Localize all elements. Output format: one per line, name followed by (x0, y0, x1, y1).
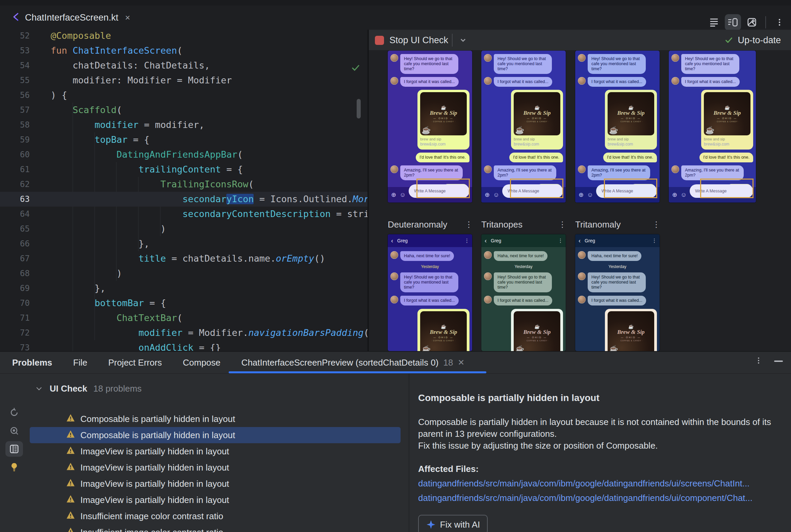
code-line[interactable]: 65 ) (0, 222, 367, 236)
design-view-button[interactable] (744, 14, 760, 31)
file-tab[interactable]: ChatInterfaceScreen.kt × (3, 5, 137, 30)
code-line[interactable]: 54 chatDetails: ChatDetails, (0, 58, 367, 73)
code-line[interactable]: 70 bottomBar = { (0, 296, 367, 310)
tab-project-errors[interactable]: Project Errors (108, 358, 162, 368)
card-caption: brew and sip (514, 137, 560, 141)
tab-compose[interactable]: Compose (183, 358, 220, 368)
code-line[interactable]: 58 modifier = modifier, (0, 117, 367, 132)
preview-phone-thumbnail[interactable]: ‹Greg⋮Haha, next time for sure!Yesterday… (481, 234, 566, 351)
problem-item[interactable]: ImageView is partially hidden in layout (30, 459, 401, 476)
emoji-icon[interactable]: ☺ (587, 191, 593, 198)
code-token: = Icons.Outlined. (254, 194, 353, 204)
code-line[interactable]: 57 Scaffold( (0, 102, 367, 117)
chat-menu-icon[interactable]: ⋮ (464, 238, 470, 244)
preview-phone-thumbnail[interactable]: ‹Greg⋮Haha, next time for sure!Yesterday… (575, 234, 660, 351)
code-line[interactable]: 73 onAddClick = {} (0, 340, 367, 351)
chevron-down-icon[interactable] (458, 35, 468, 46)
code-line[interactable]: 62 TrailingIconsRow( (0, 177, 367, 192)
add-icon[interactable]: ⊕ (485, 191, 490, 198)
code-line[interactable]: 64 secondaryContentDescription = strin (0, 207, 367, 222)
code-line[interactable]: 66 }, (0, 236, 367, 251)
variant-menu-icon[interactable]: ⋮ (465, 220, 473, 229)
code-token: ( (237, 149, 243, 160)
more-options-icon[interactable] (771, 14, 788, 31)
problem-item[interactable]: ImageView is partially hidden in layout (30, 476, 401, 492)
preview-phone-thumbnail[interactable]: Hey! Should we go to that cafe you menti… (481, 51, 566, 203)
code-line[interactable]: 56) { (0, 88, 367, 102)
editor-scrollbar-thumb[interactable] (357, 99, 361, 118)
back-icon[interactable]: ‹ (578, 237, 581, 244)
link-preview-card[interactable]: ☕Brew & Sip— OHID —· COFFEE & CANDY ·☕br… (511, 90, 563, 150)
close-tab-icon[interactable]: ✕ (458, 358, 464, 367)
code-token: navigationBarsPadding (248, 327, 363, 338)
code-line[interactable]: 69 }, (0, 281, 367, 296)
tab-chatinterfacescreenpreview-sortedchatdetails-0-[interactable]: ChatInterfaceScreenPreview (sortedChatDe… (241, 358, 465, 368)
back-icon[interactable]: ‹ (391, 237, 393, 244)
problem-item[interactable]: Insufficient image color contrast ratio (30, 508, 401, 524)
close-tab-icon[interactable]: × (125, 13, 130, 23)
chat-menu-icon[interactable]: ⋮ (652, 238, 657, 244)
emoji-icon[interactable]: ☺ (493, 191, 499, 198)
details-view-icon[interactable] (5, 441, 23, 457)
chat-menu-icon[interactable]: ⋮ (558, 238, 563, 244)
emoji-icon[interactable]: ☺ (681, 191, 687, 198)
split-view-button[interactable] (725, 14, 741, 31)
back-icon[interactable]: ‹ (485, 237, 487, 244)
code-line[interactable]: 59 topBar = { (0, 132, 367, 147)
code-editor[interactable]: 52@Composable53fun ChatInterfaceScreen(5… (0, 30, 367, 351)
emoji-icon[interactable]: ☺ (400, 191, 406, 198)
code-view-button[interactable] (706, 14, 722, 31)
affected-file-link[interactable]: datingandfriends/src/main/java/com/ibm/g… (418, 478, 791, 489)
code-line[interactable]: 53fun ChatInterfaceScreen( (0, 43, 367, 58)
date-divider: Yesterday (484, 264, 563, 269)
preview-phone-thumbnail[interactable]: Hey! Should we go to that cafe you menti… (669, 51, 756, 203)
link-preview-card[interactable]: ☕Brew & Sip— OHID —· COFFEE & CANDY ·☕br… (701, 90, 753, 150)
preview-phone-thumbnail[interactable]: Hey! Should we go to that cafe you menti… (388, 51, 472, 203)
group-label[interactable]: UI Check (50, 383, 87, 394)
preview-canvas[interactable]: Hey! Should we go to that cafe you menti… (369, 51, 791, 351)
problem-item[interactable]: ImageView is partially hidden in layout (30, 492, 401, 508)
code-line[interactable]: 72 modifier = Modifier.navigationBarsPad… (0, 325, 367, 340)
quick-fix-bulb-icon[interactable] (5, 459, 23, 475)
add-icon[interactable]: ⊕ (672, 191, 677, 198)
variant-menu-icon[interactable]: ⋮ (558, 220, 566, 229)
code-line[interactable]: 68 ) (0, 266, 367, 281)
problems-list: UI Check 18 problems Composable is parti… (0, 374, 409, 532)
code-text: fun ChatInterfaceScreen( (51, 43, 182, 58)
code-line[interactable]: 55 modifier: Modifier = Modifier (0, 73, 367, 88)
add-icon[interactable]: ⊕ (578, 191, 584, 198)
code-line[interactable]: 67 title = chatDetails.name.orEmpty() (0, 251, 367, 266)
code-line[interactable]: 63 secondaryIcon = Icons.Outlined.More (0, 192, 367, 207)
stop-ui-check-button[interactable]: Stop UI Check (375, 30, 448, 51)
problem-item[interactable]: Composable is partially hidden in layout (30, 427, 401, 443)
code-line[interactable]: 71 ChatTextBar( (0, 310, 367, 325)
problem-item[interactable]: Insufficient image color contrast ratio (30, 524, 401, 532)
link-preview-card[interactable]: ☕Brew & Sip— OHID —· COFFEE & CANDY ·☕br… (605, 90, 657, 150)
problems-inspect-icon[interactable] (5, 423, 23, 438)
refresh-icon[interactable] (5, 405, 23, 420)
collapse-group-icon[interactable] (36, 385, 42, 390)
ui-check-highlight-box (604, 178, 657, 198)
affected-file-link[interactable]: datingandfriends/src/main/java/com/ibm/g… (418, 493, 791, 503)
add-icon[interactable]: ⊕ (391, 191, 396, 198)
problem-item[interactable]: Composable is partially hidden in layout (30, 411, 401, 427)
code-line[interactable]: 60 DatingAndFriendsAppBar( (0, 147, 367, 162)
preview-phone-thumbnail[interactable]: ‹Greg⋮Haha, next time for sure!Yesterday… (388, 234, 472, 351)
inspections-ok-icon[interactable] (351, 63, 361, 74)
panel-options-icon[interactable] (755, 357, 762, 366)
code-line[interactable]: 52@Composable (0, 30, 367, 43)
variant-menu-icon[interactable]: ⋮ (652, 220, 660, 229)
link-preview-card[interactable]: ☕Brew & Sip— OHID —· COFFEE & CANDY ·☕br… (418, 90, 470, 150)
link-preview-card[interactable]: ☕Brew & Sip— OHID —· COFFEE & CANDY ·☕br… (605, 309, 657, 351)
received-bubble: Hey! Should we go to that cafe you menti… (588, 272, 646, 292)
fix-with-ai-button[interactable]: Fix with AI (418, 515, 488, 532)
tab-problems[interactable]: Problems (12, 358, 52, 368)
minimize-panel-icon[interactable] (774, 361, 783, 362)
problem-item[interactable]: ImageView is partially hidden in layout (30, 443, 401, 459)
code-line[interactable]: 61 trailingContent = { (0, 162, 367, 177)
code-token (51, 209, 182, 219)
tab-file[interactable]: File (73, 358, 88, 368)
preview-phone-thumbnail[interactable]: Hey! Should we go to that cafe you menti… (575, 51, 660, 203)
link-preview-card[interactable]: ☕Brew & Sip— OHID —· COFFEE & CANDY ·☕br… (511, 309, 563, 351)
link-preview-card[interactable]: ☕Brew & Sip— OHID —· COFFEE & CANDY ·☕br… (418, 309, 470, 351)
